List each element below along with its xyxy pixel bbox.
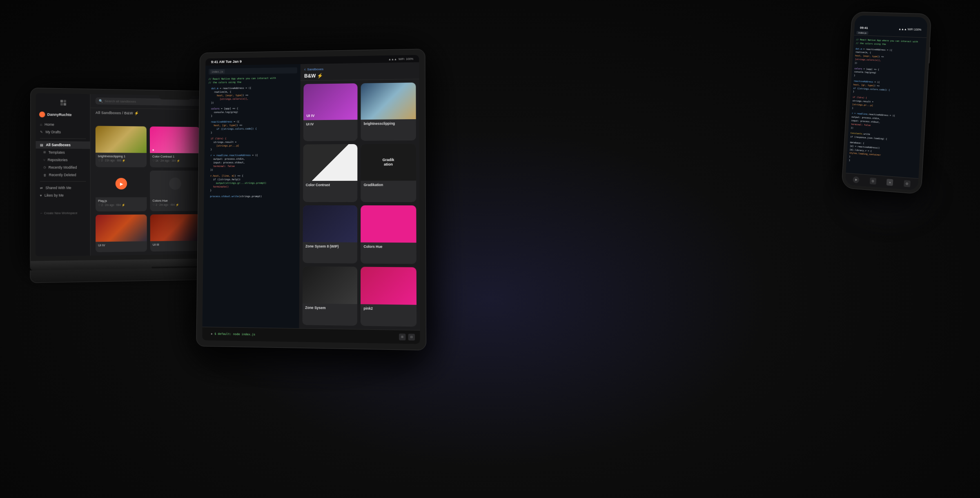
card-name-5: Colors Hue <box>152 199 198 202</box>
tablet-status-icons: ▲▲▲ WiFi 100% <box>388 57 413 60</box>
tablet-card-3[interactable]: Gradikation Gradikation <box>361 144 416 202</box>
sidebar-all-sandboxes-label: All Sandboxes <box>46 143 71 147</box>
card-meta-0: ♡ 2 · 21h ago · 888 ⚡ <box>98 159 144 162</box>
clock-icon: ◷ <box>43 166 46 169</box>
tablet-card-name-7: pink2 <box>363 307 413 311</box>
tablet-card-4[interactable]: Zone Sysem 8 (WIP) <box>303 205 358 263</box>
svg-rect-1 <box>63 100 66 102</box>
sidebar-recently-deleted-label: Recently Deleted <box>49 173 76 177</box>
sidebar-user[interactable]: DannyRuchte <box>36 110 90 120</box>
terminal-icon-2[interactable]: ⊟ <box>408 334 415 341</box>
sidebar-repo-label: Repositories <box>48 158 68 162</box>
tablet-card-0[interactable]: UI IV UI IV <box>303 83 358 141</box>
tablet-card-5[interactable]: Colors Hue <box>361 205 416 264</box>
sidebar-divider-1 <box>40 138 86 139</box>
create-workspace-button[interactable]: ← Create New Workspace <box>40 210 86 216</box>
tablet-thumb-0: UI IV <box>303 83 358 120</box>
tablet-device: 9:41 AM Tue Jan 9 ▲▲▲ WiFi 100% index.js… <box>196 49 426 350</box>
sidebar-item-recently-deleted[interactable]: 🗑 Recently Deleted <box>36 171 90 179</box>
laptop-sidebar: DannyRuchte ⌂ Home ✎ My Drafts ▤ All San… <box>36 93 91 256</box>
folder-icon: ▤ <box>40 143 43 147</box>
tablet-terminal: ▶ $ default: node index.js <box>207 330 399 341</box>
tablet-sandbox-panel: ‹ Sandboxes B&W ⚡ UI IV UI IV <box>299 62 420 330</box>
card-thumbnail-1: ■ <box>150 127 200 153</box>
sidebar-drafts-label: My Drafts <box>45 130 61 134</box>
card-name-9: UI III <box>153 242 198 247</box>
tablet-card-name-3: Gradikation <box>364 182 413 187</box>
laptop-notch <box>159 95 191 100</box>
tablet-card-1[interactable]: brightnessclipping <box>361 82 416 140</box>
card-label-ui-iv: UI IV <box>307 113 315 118</box>
card-name-1: Color Contrast 1 <box>152 155 198 159</box>
app-logo <box>59 98 67 107</box>
search-placeholder: Search all sandboxes <box>105 99 136 103</box>
sidebar-item-recently-modified[interactable]: ◷ Recently Modified <box>36 164 90 171</box>
sandbox-card-4[interactable]: ▶ Play.js ♡ 2 · 2m ago · 684 ⚡ <box>96 170 147 211</box>
search-icon: 🔍 <box>99 99 103 103</box>
sidebar-shared-label: Shared With Me <box>45 186 71 190</box>
card-thumbnail-5 <box>150 171 200 197</box>
tablet-sandbox-header: ‹ Sandboxes B&W ⚡ <box>300 62 419 81</box>
svg-rect-2 <box>60 103 62 105</box>
sidebar-item-all-sandboxes[interactable]: ▤ All Sandboxes <box>36 141 90 149</box>
battery-icon: 100% <box>914 28 921 31</box>
phone-gear-button[interactable]: ⚙ <box>870 178 877 185</box>
sidebar-home-label: Home <box>45 122 54 127</box>
tablet-thumb-1 <box>361 82 416 120</box>
card-name-4: Play.js <box>98 199 144 202</box>
tablet-thumb-2 <box>303 144 358 181</box>
drafts-icon: ✎ <box>40 130 43 134</box>
sandbox-card-0[interactable]: brightnessclipping 1 ♡ 2 · 21h ago · 888… <box>96 126 147 167</box>
sidebar-divider-2 <box>40 181 86 182</box>
sidebar-item-drafts[interactable]: ✎ My Drafts <box>36 128 90 136</box>
svg-rect-3 <box>63 103 66 105</box>
repo-icon: ⑂ <box>43 158 45 161</box>
templates-icon: ⊞ <box>43 151 46 154</box>
avatar <box>39 111 45 117</box>
home-icon: ⌂ <box>40 122 42 126</box>
sandbox-card-9[interactable]: UI III <box>150 214 201 251</box>
heart-icon: ♥ <box>40 193 42 197</box>
tablet-thumb-5 <box>361 205 416 242</box>
sidebar-item-shared[interactable]: ⇄ Shared With Me <box>36 184 90 191</box>
tablet-card-2[interactable]: Color Contrast <box>303 144 358 202</box>
sidebar-item-repositories[interactable]: ⑂ Repositories <box>36 156 90 164</box>
svg-rect-0 <box>60 100 62 102</box>
phone-time: 09:41 <box>860 26 868 30</box>
tablet-card-name-6: Zone Sysem <box>305 306 354 311</box>
sidebar-item-templates[interactable]: ⊞ Templates <box>36 149 90 156</box>
tablet-card-6[interactable]: Zone Sysem <box>302 267 357 326</box>
sidebar-likes-label: Likes by Me <box>45 193 64 197</box>
card-meta-4: ♡ 2 · 2m ago · 684 ⚡ <box>98 203 144 207</box>
sidebar-item-likes[interactable]: ♥ Likes by Me <box>36 191 90 199</box>
sandbox-card-8[interactable]: UI IV <box>96 215 147 252</box>
phone-files-button[interactable]: ≡ <box>886 179 893 186</box>
wifi-icon: WiFi <box>908 28 913 31</box>
card-meta-1: ♡ 1k · 2m ago · 384 ⚡ <box>152 159 198 162</box>
phone-play-button[interactable]: ▶ <box>853 176 859 183</box>
phone-settings-button[interactable]: ⚙ <box>904 180 911 187</box>
back-arrow-icon: ‹ <box>304 67 305 72</box>
signal-icon: ▲▲▲ <box>898 27 907 31</box>
tablet-time: 9:41 AM Tue Jan 9 <box>211 60 242 64</box>
tablet-card-name-4: Zone Sysem 8 (WIP) <box>305 244 354 249</box>
sandbox-card-1[interactable]: ■ Color Contrast 1 ♡ 1k · 2m ago · 384 ⚡ <box>150 127 200 167</box>
tablet-card-7[interactable]: pink2 <box>361 267 416 327</box>
tablet-thumb-6 <box>302 267 357 305</box>
sandbox-card-5[interactable]: Colors Hue ♡ 2 · 2m ago · 484 ⚡ <box>150 171 200 211</box>
card-name-0: brightnessclipping 1 <box>98 154 144 158</box>
tablet-file-tab[interactable]: index.js <box>210 69 225 74</box>
tablet-bottom-toolbar: ▶ $ default: node index.js ⊞ ⊟ <box>202 327 420 344</box>
phone-file-tab[interactable]: index.js <box>856 31 869 35</box>
card-thumbnail-4: ▶ <box>96 170 147 197</box>
share-icon: ⇄ <box>40 186 43 190</box>
phone-device: 09:41 ▲▲▲ WiFi 100% index.js // React Na… <box>842 11 932 194</box>
terminal-icon-1[interactable]: ⊞ <box>399 333 405 340</box>
folder-title: B&W ⚡ <box>304 71 415 79</box>
battery-label: 100% <box>406 57 413 60</box>
sidebar-item-home[interactable]: ⌂ Home <box>36 120 90 129</box>
phone-notch <box>879 20 903 27</box>
tablet-thumb-4 <box>303 205 357 242</box>
card-meta-5: ♡ 2 · 2m ago · 484 ⚡ <box>152 203 198 206</box>
back-label[interactable]: Sandboxes <box>307 67 323 71</box>
